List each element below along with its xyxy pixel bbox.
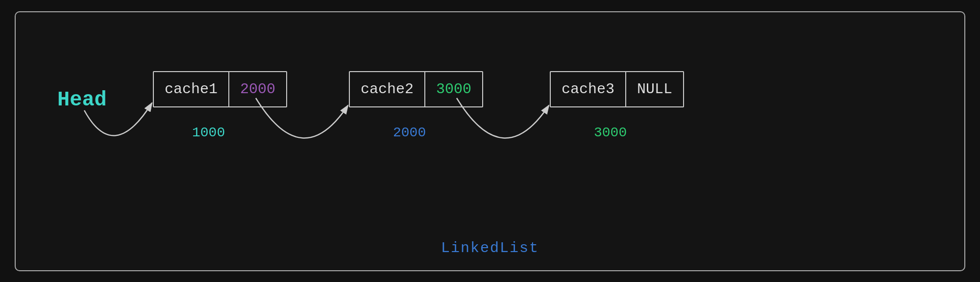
node2-pointer: 3000 <box>425 72 482 106</box>
node2-address: 2000 <box>393 125 426 140</box>
node1-address: 1000 <box>192 125 225 140</box>
node1-name: cache1 <box>154 72 229 106</box>
arrows-svg <box>16 12 964 270</box>
diagram-container: Head cache1 2000 cache2 3000 cache3 NULL… <box>15 11 965 271</box>
node1-pointer: 2000 <box>229 72 286 106</box>
node-1: cache1 2000 <box>153 71 287 107</box>
head-label: Head <box>57 88 107 112</box>
node2-name: cache2 <box>350 72 425 106</box>
node3-pointer: NULL <box>626 72 683 106</box>
node-3: cache3 NULL <box>550 71 684 107</box>
linked-list-label: LinkedList <box>441 240 539 256</box>
node3-address: 3000 <box>594 125 627 140</box>
node3-name: cache3 <box>551 72 626 106</box>
diagram-area: Head cache1 2000 cache2 3000 cache3 NULL… <box>16 12 964 270</box>
node-2: cache2 3000 <box>349 71 483 107</box>
